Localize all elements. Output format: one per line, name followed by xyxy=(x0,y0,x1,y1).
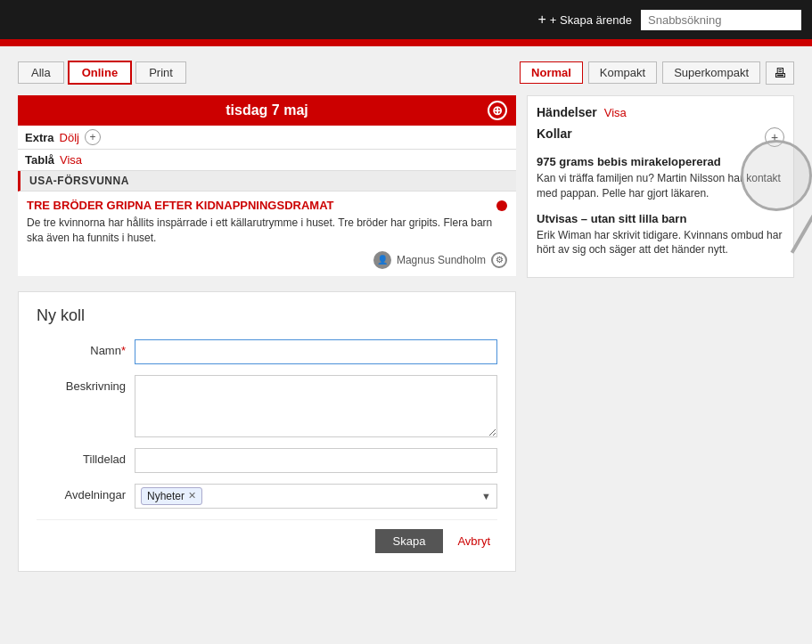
date-header: tisdag 7 maj ⊕ xyxy=(18,95,516,126)
form-actions: Skapa Avbryt xyxy=(37,519,497,553)
kollar-section: Kollar + 975 grams bebis mirakelopererad… xyxy=(537,126,784,257)
tag-close-icon[interactable]: ✕ xyxy=(188,490,196,501)
date-text: tisdag 7 maj xyxy=(226,102,308,118)
handelser-visa-link[interactable]: Visa xyxy=(604,106,627,119)
article-footer: 👤 Magnus Sundholm ⚙ xyxy=(27,251,507,269)
kollar-title: Kollar xyxy=(537,126,572,141)
avdelningar-label: Avdelningar xyxy=(37,484,135,501)
koll-item-0: 975 grams bebis mirakelopererad Kan vi t… xyxy=(537,155,784,201)
view-tabs: Alla Online Print xyxy=(18,61,186,85)
koll-item-1: Utvisas – utan sitt lilla barn Erik Wima… xyxy=(537,212,784,258)
form-row-namn: Namn* xyxy=(37,339,497,364)
article-settings-icon[interactable]: ⚙ xyxy=(491,252,507,268)
red-strip xyxy=(0,39,812,46)
left-panel: tisdag 7 maj ⊕ Extra Dölj + Tablå Visa U… xyxy=(18,95,516,572)
required-star: * xyxy=(121,344,126,357)
nyheter-tag: Nyheter ✕ xyxy=(141,487,202,505)
form-row-beskrivning: Beskrivning xyxy=(37,375,497,437)
date-add-icon[interactable]: ⊕ xyxy=(488,101,507,120)
koll-item-0-title[interactable]: 975 grams bebis mirakelopererad xyxy=(537,155,784,168)
extra-row: Extra Dölj + xyxy=(18,126,516,150)
create-issue-label: + Skapa ärende xyxy=(550,13,632,27)
namn-label: Namn* xyxy=(37,339,135,357)
density-controls: Normal Kompakt Superkompakt 🖶 xyxy=(520,61,794,85)
quick-search-input[interactable] xyxy=(641,10,801,30)
usa-label: USA-FÖRSVUNNA xyxy=(29,175,129,187)
koll-item-0-text: Kan vi träffa familjen nu? Martin Nilsso… xyxy=(537,171,784,201)
create-issue-button[interactable]: + + Skapa ärende xyxy=(538,12,633,28)
beskrivning-label: Beskrivning xyxy=(37,375,135,393)
handelser-header: Händelser Visa xyxy=(537,105,784,119)
kollar-add-icon[interactable]: + xyxy=(765,127,784,147)
form-row-tilldelad: Tilldelad xyxy=(37,448,497,473)
ny-koll-title: Ny koll xyxy=(37,306,497,325)
density-normal[interactable]: Normal xyxy=(520,61,583,84)
right-panel: Händelser Visa Kollar + 975 grams bebis … xyxy=(527,95,794,572)
koll-item-1-title[interactable]: Utvisas – utan sitt lilla barn xyxy=(537,212,784,225)
top-bar: + + Skapa ärende xyxy=(0,0,812,39)
ny-koll-section: Ny koll Namn* Beskrivning Tilldelad xyxy=(18,291,516,572)
extra-label: Extra xyxy=(25,131,54,144)
avdelningar-field[interactable]: Nyheter ✕ ▼ xyxy=(135,484,497,509)
tab-print[interactable]: Print xyxy=(135,61,186,84)
tablaa-label: Tablå xyxy=(25,153,54,167)
tablaa-visa-link[interactable]: Visa xyxy=(60,153,82,167)
extra-add-icon[interactable]: + xyxy=(85,129,101,145)
article-text: De tre kvinnorna har hållits inspärrade … xyxy=(27,216,507,246)
form-row-avdelningar: Avdelningar Nyheter ✕ ▼ xyxy=(37,484,497,509)
beskrivning-textarea[interactable] xyxy=(135,375,497,437)
tab-alla[interactable]: Alla xyxy=(18,61,64,84)
handelser-title: Händelser xyxy=(537,105,597,119)
main-container: Alla Online Print Normal Kompakt Superko… xyxy=(0,46,812,644)
tablaa-row: Tablå Visa xyxy=(18,150,516,171)
density-kompakt[interactable]: Kompakt xyxy=(588,61,657,84)
koll-item-1-text: Erik Wiman har skrivit tidigare. Kvinnan… xyxy=(537,228,784,258)
avdelningar-dropdown-arrow[interactable]: ▼ xyxy=(481,491,491,501)
tilldelad-input[interactable] xyxy=(135,448,497,473)
avbryt-button[interactable]: Avbryt xyxy=(450,529,497,553)
plus-icon: + xyxy=(538,12,546,28)
density-superkompakt[interactable]: Superkompakt xyxy=(662,61,760,84)
article-card: TRE BRÖDER GRIPNA EFTER KIDNAPPNINGSDRAM… xyxy=(18,192,516,277)
tab-online[interactable]: Online xyxy=(68,61,132,85)
red-dot-indicator xyxy=(496,200,507,211)
right-panel-inner: Händelser Visa Kollar + 975 grams bebis … xyxy=(527,95,794,278)
tilldelad-label: Tilldelad xyxy=(37,448,135,466)
author-avatar: 👤 xyxy=(373,251,391,269)
content-split: tisdag 7 maj ⊕ Extra Dölj + Tablå Visa U… xyxy=(18,95,794,572)
extra-hide-link[interactable]: Dölj xyxy=(60,131,79,144)
skapa-button[interactable]: Skapa xyxy=(375,529,444,553)
tag-label: Nyheter xyxy=(147,490,185,502)
article-title[interactable]: TRE BRÖDER GRIPNA EFTER KIDNAPPNINGSDRAM… xyxy=(27,199,507,212)
usa-section-header: USA-FÖRSVUNNA xyxy=(18,171,516,192)
namn-input[interactable] xyxy=(135,339,497,364)
author-name: Magnus Sundholm xyxy=(397,254,486,266)
view-controls: Alla Online Print Normal Kompakt Superko… xyxy=(18,61,794,85)
print-button[interactable]: 🖶 xyxy=(766,61,794,85)
